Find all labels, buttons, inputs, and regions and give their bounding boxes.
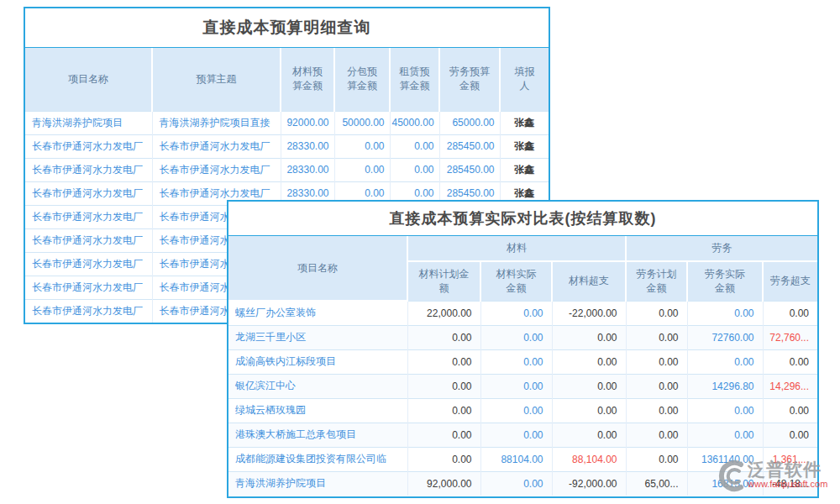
table-row: 绿城云栖玫瑰园0.000.000.000.000.000.00	[228, 398, 817, 423]
amount-cell[interactable]: 0.00	[687, 398, 763, 423]
amount-cell[interactable]: 50000.00	[334, 111, 390, 134]
amount-cell: 0.00	[626, 349, 687, 374]
project-name-cell[interactable]: 螺丝厂办公室装饰	[228, 301, 407, 325]
amount-cell: 0.00	[407, 423, 480, 447]
amount-cell[interactable]: 28330.00	[281, 134, 334, 158]
table1-header-row: 项目名称预算主题材料预 算金额分包预 算金额租赁预 算金额劳务预算 金额填报 人	[25, 48, 549, 111]
budget-subject-cell[interactable]: 长春市伊通河水力发电厂	[152, 158, 281, 181]
amount-cell[interactable]: 28330.00	[281, 158, 334, 181]
table-row: 青海洪湖养护院项目青海洪湖养护院项目直接92000.0050000.004500…	[25, 111, 549, 134]
amount-cell: 0.00	[552, 398, 626, 423]
amount-cell[interactable]: 0.00	[687, 301, 763, 325]
watermark-url: www.fanpusoft.com	[748, 479, 827, 490]
amount-cell[interactable]: 0.00	[687, 349, 763, 374]
project-name-cell[interactable]: 青海洪湖养护院项目	[228, 471, 407, 496]
amount-cell[interactable]: 0.00	[480, 325, 552, 349]
column-header: 预算主题	[152, 48, 281, 111]
budget-subject-cell[interactable]: 长春市伊通河水力发电厂	[152, 134, 281, 158]
project-name-cell[interactable]: 长春市伊通河水力发电厂	[25, 181, 152, 205]
amount-cell[interactable]: 88104.00	[480, 447, 552, 471]
table-row: 螺丝厂办公室装饰22,000.000.00-22,000.000.000.000…	[228, 301, 817, 325]
amount-cell: 72,760...	[763, 325, 817, 349]
amount-cell: 0.00	[407, 325, 480, 349]
amount-cell: 0.00	[626, 301, 687, 325]
column-header: 材料计划金 额	[407, 261, 480, 301]
amount-cell[interactable]: 0.00	[687, 423, 763, 447]
table2-title: 直接成本预算实际对比表(按结算取数)	[228, 202, 817, 236]
amount-cell: 0.00	[552, 423, 626, 447]
column-header: 劳务超支	[763, 261, 817, 301]
amount-cell[interactable]: 65000.00	[439, 111, 500, 134]
amount-cell: 0.00	[407, 447, 480, 471]
project-name-cell[interactable]: 成渝高铁内江标段项目	[228, 349, 407, 374]
amount-cell: 0.00	[763, 301, 817, 325]
table2-group-header-row: 项目名称材料劳务	[228, 236, 817, 261]
amount-cell: -92,000.00	[552, 471, 626, 496]
amount-cell: 0.00	[626, 423, 687, 447]
amount-cell: 0.00	[407, 349, 480, 374]
amount-cell: 0.00	[626, 398, 687, 423]
table-row: 龙湖三千里小区0.000.000.000.0072760.0072,760...	[228, 325, 817, 349]
group-header: 劳务	[626, 236, 817, 261]
column-header: 材料预 算金额	[281, 48, 334, 111]
project-name-cell[interactable]: 银亿滨江中心	[228, 374, 407, 398]
group-header: 材料	[407, 236, 626, 261]
amount-cell: 0.00	[626, 325, 687, 349]
column-header: 项目名称	[25, 48, 152, 111]
amount-cell: 0.00	[407, 398, 480, 423]
amount-cell[interactable]: 285450.00	[439, 134, 500, 158]
amount-cell: 0.00	[763, 398, 817, 423]
project-name-cell[interactable]: 成都能源建设集团投资有限公司临	[228, 447, 407, 471]
table-row: 银亿滨江中心0.000.000.000.0014296.8014,296...	[228, 374, 817, 398]
amount-cell[interactable]: 0.00	[480, 398, 552, 423]
amount-cell[interactable]: 45000.00	[390, 111, 439, 134]
project-name-cell[interactable]: 长春市伊通河水力发电厂	[25, 228, 152, 252]
amount-cell: 65,00...	[626, 471, 687, 496]
amount-cell[interactable]: 14296.80	[687, 374, 763, 398]
amount-cell[interactable]: 0.00	[390, 158, 439, 181]
project-name-cell[interactable]: 长春市伊通河水力发电厂	[25, 252, 152, 276]
project-name-cell[interactable]: 长春市伊通河水力发电厂	[25, 134, 152, 158]
column-header: 劳务预算 金额	[439, 48, 500, 111]
budget-subject-cell[interactable]: 青海洪湖养护院项目直接	[152, 111, 281, 134]
project-name-cell[interactable]: 青海洪湖养护院项目	[25, 111, 152, 134]
column-header: 项目名称	[228, 236, 407, 301]
amount-cell[interactable]: 285450.00	[439, 158, 500, 181]
column-header: 填报 人	[500, 48, 549, 111]
table-row: 长春市伊通河水力发电厂长春市伊通河水力发电厂28330.000.000.0028…	[25, 134, 549, 158]
project-name-cell[interactable]: 港珠澳大桥施工总承包项目	[228, 423, 407, 447]
amount-cell: 0.00	[626, 447, 687, 471]
amount-cell[interactable]: 0.00	[480, 349, 552, 374]
amount-cell: 0.00	[552, 325, 626, 349]
amount-cell: 0.00	[552, 374, 626, 398]
project-name-cell[interactable]: 长春市伊通河水力发电厂	[25, 299, 152, 323]
column-header: 材料超支	[552, 261, 626, 301]
amount-cell[interactable]: 0.00	[334, 158, 390, 181]
amount-cell: 0.00	[407, 374, 480, 398]
amount-cell[interactable]: 72760.00	[687, 325, 763, 349]
reporter-cell: 张鑫	[500, 134, 549, 158]
amount-cell: 88,104.00	[552, 447, 626, 471]
amount-cell[interactable]: 0.00	[390, 134, 439, 158]
column-header: 分包预 算金额	[334, 48, 390, 111]
project-name-cell[interactable]: 长春市伊通河水力发电厂	[25, 276, 152, 299]
amount-cell[interactable]: 0.00	[480, 423, 552, 447]
column-header: 劳务实际 金额	[687, 261, 763, 301]
amount-cell[interactable]: 0.00	[480, 471, 552, 496]
amount-cell[interactable]: 0.00	[480, 374, 552, 398]
amount-cell: 92,000.00	[407, 471, 480, 496]
fanpu-swoosh-icon	[713, 458, 747, 493]
column-header: 劳务计划 金额	[626, 261, 687, 301]
vendor-watermark: 泛普软件 www.fanpusoft.com	[713, 454, 839, 497]
column-header: 材料实际 金额	[480, 261, 552, 301]
project-name-cell[interactable]: 长春市伊通河水力发电厂	[25, 158, 152, 181]
amount-cell[interactable]: 0.00	[334, 134, 390, 158]
project-name-cell[interactable]: 绿城云栖玫瑰园	[228, 398, 407, 423]
table-row: 港珠澳大桥施工总承包项目0.000.000.000.000.000.00	[228, 423, 817, 447]
table1-title: 直接成本预算明细查询	[25, 8, 549, 48]
amount-cell[interactable]: 0.00	[480, 301, 552, 325]
amount-cell[interactable]: 92000.00	[281, 111, 334, 134]
project-name-cell[interactable]: 龙湖三千里小区	[228, 325, 407, 349]
amount-cell: 14,296...	[763, 374, 817, 398]
project-name-cell[interactable]: 长春市伊通河水力发电厂	[25, 205, 152, 228]
